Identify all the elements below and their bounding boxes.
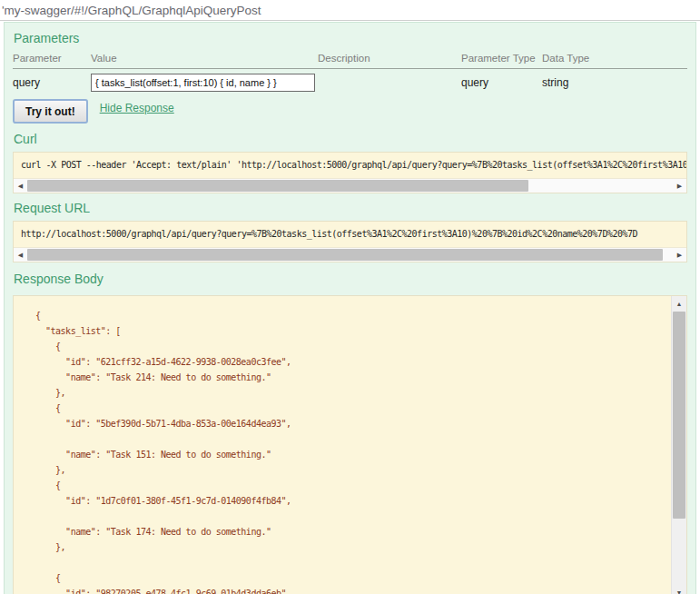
page-titlebar: 'my-swagger/#!/GraphQL/GraphqlApiQueryPo… [0, 0, 700, 21]
parameter-row-query: query query string [13, 69, 687, 97]
curl-command: curl -X POST --header 'Accept: text/plai… [14, 153, 686, 178]
curl-scrollbar-thumb[interactable] [27, 180, 528, 192]
scroll-right-arrow-icon[interactable]: ▶ [673, 248, 686, 262]
response-body-heading: Response Body [14, 272, 687, 286]
scroll-up-arrow-icon[interactable]: ▲ [672, 297, 686, 311]
col-value: Value [91, 53, 318, 64]
col-parameter: Parameter [13, 53, 91, 64]
request-url-box: http://localhost:5000/graphql/api/query?… [13, 221, 687, 262]
scroll-right-arrow-icon[interactable]: ▶ [673, 179, 686, 193]
request-url-text: http://localhost:5000/graphql/api/query?… [14, 222, 686, 247]
response-body-json: { "tasks_list": [ { "id": "621cff32-a15d… [14, 296, 686, 594]
try-it-out-button[interactable]: Try it out! [13, 99, 88, 124]
curl-heading: Curl [14, 132, 687, 146]
parameters-header-row: Parameter Value Description Parameter Ty… [13, 53, 687, 69]
parameters-heading: Parameters [14, 31, 687, 45]
query-value-input[interactable] [91, 74, 315, 92]
col-data-type: Data Type [542, 53, 687, 64]
response-scrollbar-thumb[interactable] [673, 312, 685, 519]
actions-row: Try it out! Hide Response [13, 99, 687, 124]
col-description: Description [318, 53, 461, 64]
page-title: 'my-swagger/#!/GraphQL/GraphqlApiQueryPo… [0, 4, 261, 17]
curl-box: curl -X POST --header 'Accept: text/plai… [13, 152, 687, 193]
response-vertical-scrollbar[interactable]: ▲ ▼ [671, 296, 686, 594]
scroll-down-arrow-icon[interactable]: ▼ [672, 586, 686, 594]
hide-response-link[interactable]: Hide Response [100, 102, 174, 114]
request-url-horizontal-scrollbar[interactable]: ◀ ▶ [14, 247, 686, 262]
request-url-heading: Request URL [14, 201, 687, 215]
scroll-left-arrow-icon[interactable]: ◀ [14, 179, 27, 193]
scroll-left-arrow-icon[interactable]: ◀ [14, 248, 27, 262]
parameter-name: query [13, 76, 91, 89]
operation-panel: Parameters Parameter Value Description P… [4, 22, 696, 594]
curl-horizontal-scrollbar[interactable]: ◀ ▶ [14, 178, 686, 193]
response-body-box: { "tasks_list": [ { "id": "621cff32-a15d… [13, 295, 687, 594]
request-url-scrollbar-thumb[interactable] [27, 249, 663, 261]
parameter-value-cell [91, 74, 318, 92]
data-type-value: string [542, 76, 687, 89]
col-parameter-type: Parameter Type [461, 53, 542, 64]
parameter-type-value: query [461, 76, 542, 89]
